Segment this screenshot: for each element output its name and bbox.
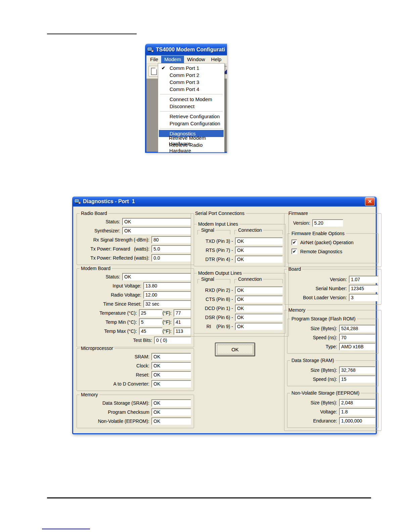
airnet-operation-checkbox[interactable]: ✔ [291,239,297,245]
eeprom-endurance-field[interactable]: 1,000,000 [339,417,375,425]
group-legend: Radio Board [80,211,108,216]
microprocessor-group: Microprocessor SRAM:OK Clock:OK Reset:OK… [77,346,194,391]
data-storage-sram-field[interactable]: OK [151,399,191,407]
field-row: CTS (Pin 8) -OK [197,296,283,303]
field-row: Tx Power: Reflected (watts):0.0 [80,254,191,262]
field-row: Status:OK [80,218,191,225]
serial-number-field[interactable]: 12345 [349,285,378,292]
input-voltage-field[interactable]: 13.80 [143,282,191,290]
ok-button[interactable]: OK [215,343,255,356]
menu-modem[interactable]: Modem [161,56,184,63]
menu-item-label: Comm Port 1 [170,65,199,71]
ram-size-field[interactable]: 32,768 [339,366,375,374]
bottom-rule [47,497,371,498]
temp-min-c-field[interactable]: 5 [139,318,163,326]
a-to-d-converter-field[interactable]: OK [151,380,191,388]
rxd-pin2-field[interactable]: OK [235,286,283,294]
checkbox-label: Remote Diagnostics [300,249,342,254]
dcd-pin1-field[interactable]: OK [235,305,283,312]
firmware-group: Firmware Version:5.20 Firmware Enable Op… [284,211,381,267]
non-volatile-eeprom-field[interactable]: OK [151,417,191,425]
cts-pin8-field[interactable]: OK [235,296,283,303]
board-version-field[interactable]: 1.07 [349,276,378,283]
field-row: Boot Loader Version:3 [287,294,378,301]
rts-pin7-field[interactable]: OK [235,247,283,254]
menu-help[interactable]: Help [208,56,225,63]
group-legend: Modem Output Lines [197,270,243,276]
menu-item-program-configuration[interactable]: Program Configuration [159,120,224,127]
reset-field[interactable]: OK [151,371,191,379]
tx-power-reflected-field[interactable]: 0.0 [151,254,191,262]
memory-group-left: Memory Data Storage (SRAM):OK Program Ch… [77,392,194,428]
field-row: DCD (Pin 1) -OK [197,305,283,312]
memory-group-right: Memory Program Storage (Flash ROM) Size … [284,307,381,431]
modem-status-field[interactable]: OK [122,273,191,280]
remote-diagnostics-checkbox[interactable]: ✔ [291,249,297,254]
rx-signal-strength-field[interactable]: 80 [151,236,191,243]
test-bits-field[interactable]: 0 ( 0) [154,337,191,344]
menu-item-disconnect[interactable]: Disconnect [159,103,224,110]
dtr-pin4-field[interactable]: OK [235,256,283,263]
checkbox-label: AirNet (packet) Operation [300,240,354,245]
group-legend: Serial Port Connections [194,211,246,216]
menu-item-label: Comm Port 2 [170,72,199,78]
menu-item-connect-to-modem[interactable]: Connect to Modem [159,96,224,103]
group-legend: Firmware Enable Options [290,231,346,236]
txd-pin3-field[interactable]: OK [235,237,283,245]
program-checksum-field[interactable]: OK [151,408,191,416]
clock-field[interactable]: OK [151,362,191,369]
temp-min-f-field[interactable]: 41 [174,318,191,326]
menu-item-comm-port-4[interactable]: Comm Port 4 [159,86,224,93]
synthesizer-field[interactable]: OK [122,227,191,234]
checkbox-row: ✔ Remote Diagnostics [291,249,375,254]
time-since-reset-field[interactable]: 32 sec [143,300,191,308]
temp-max-f-field[interactable]: 113 [174,327,191,335]
group-legend: Modem Board [80,266,112,271]
radio-voltage-field[interactable]: 12.00 [143,291,191,299]
menu-item-label: Comm Port 3 [170,79,199,85]
flash-speed-field[interactable]: 70 [339,334,375,341]
temperature-c-field[interactable]: 25 [139,309,163,317]
modem-input-lines-group: Modem Input Lines Signal Connection TXD … [194,221,286,266]
group-legend: Program Storage (Flash ROM) [290,316,357,321]
flash-type-field[interactable]: AMD x16B [339,343,375,350]
firmware-enable-options-group: Firmware Enable Options ✔ AirNet (packet… [287,231,378,263]
connection-column-header: Connection [234,230,283,234]
menu-item-retrieve-configuration[interactable]: Retrieve Configuration [159,113,224,120]
menu-item-comm-port-3[interactable]: Comm Port 3 [159,79,224,86]
ram-speed-field[interactable]: 15 [339,375,375,383]
menu-item-comm-port-2[interactable]: Comm Port 2 [159,72,224,79]
radio-status-field[interactable]: OK [122,218,191,225]
menu-item-comm-port-1[interactable]: ✔ Comm Port 1 [159,64,224,72]
tx-power-forward-field[interactable]: 5.0 [151,245,191,253]
firmware-version-field[interactable]: 5.20 [312,219,343,227]
temperature-f-field[interactable]: 77 [174,309,191,317]
field-row: Tx Power: Forward (watts):5.0 [80,245,191,253]
temp-max-c-field[interactable]: 45 [139,327,163,335]
flash-size-field[interactable]: 524,288 [339,325,375,332]
field-row: Size (Bytes):524,288 [290,325,375,332]
field-row: Endurance:1,000,000 [290,417,375,425]
sram-field[interactable]: OK [151,353,191,360]
field-row: Data Storage (SRAM):OK [80,399,191,407]
dsr-pin6-field[interactable]: OK [235,314,283,321]
menu-window[interactable]: Window [184,56,208,63]
config-window: TS4000 Modem Configuration File Modem Wi… [145,44,227,153]
eeprom-size-field[interactable]: 2,048 [339,399,375,406]
field-row: Synthesizer:OK [80,227,191,234]
check-icon: ✔ [292,249,296,254]
eeprom-voltage-field[interactable]: 1.8 [339,408,375,415]
boot-loader-version-field[interactable]: 3 [349,294,378,301]
ri-pin9-field[interactable]: OK [235,323,283,330]
field-row: Program ChecksumOK [80,408,191,416]
menu-file[interactable]: File [147,56,161,63]
field-row: Clock:OK [80,362,191,369]
check-icon: ✔ [162,65,170,71]
field-row: Status:OK [80,273,191,280]
close-button[interactable]: ✕ [365,197,375,206]
field-row: Temperature (°C):25(°F):77 [80,309,191,317]
field-row: Voltage:1.8 [290,408,375,415]
field-row: Non-Volatile (EEPROM):OK [80,417,191,425]
footer-link-underline[interactable] [42,529,90,529]
program-storage-flash-rom-group: Program Storage (Flash ROM) Size (Bytes)… [287,316,378,354]
